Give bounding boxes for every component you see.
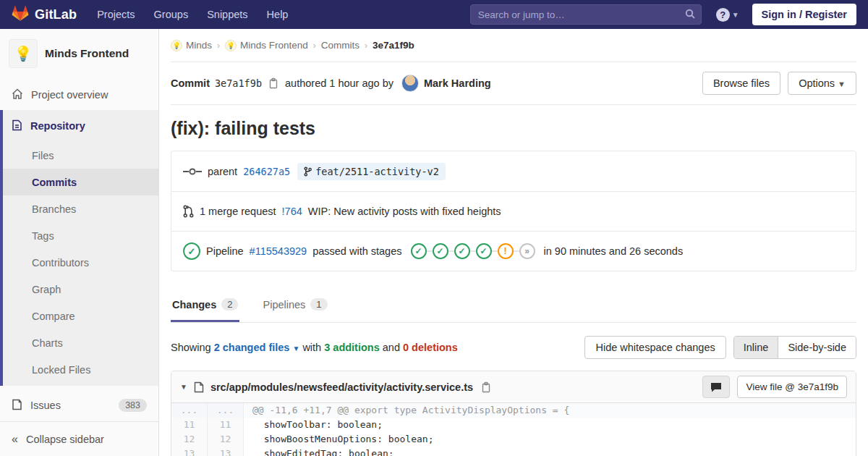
copy-path-button[interactable]	[480, 380, 493, 394]
breadcrumb-commits[interactable]: Commits	[321, 40, 359, 51]
commit-label: Commit	[171, 77, 210, 89]
sidebar-item-branches[interactable]: Branches	[3, 195, 158, 222]
sidebar-item-repository[interactable]: Repository	[3, 110, 158, 142]
sidebar-item-graph[interactable]: Graph	[3, 276, 158, 303]
branch-badge[interactable]: feat/2511-activity-v2	[297, 163, 446, 180]
hide-whitespace-button[interactable]: Hide whitespace changes	[584, 336, 726, 359]
mr-link[interactable]: !764	[282, 206, 302, 217]
pipeline-status-icon[interactable]: ✓	[183, 242, 200, 260]
stage-connector	[470, 250, 476, 252]
brand-name: GitLab	[35, 7, 77, 22]
sidebar-item-charts[interactable]: Charts	[3, 329, 158, 356]
diff-file-header: ▼ src/app/modules/newsfeed/activity/acti…	[171, 371, 856, 403]
pipeline-label: Pipeline	[206, 245, 244, 257]
sidebar-item-label: Repository	[30, 120, 85, 132]
sidebar-item-compare[interactable]: Compare	[3, 303, 158, 329]
stage-skipped-icon[interactable]: »	[519, 243, 535, 259]
nav-help[interactable]: Help	[267, 9, 289, 20]
pipeline-id-link[interactable]: #115543929	[250, 245, 307, 257]
sign-in-button[interactable]: Sign in / Register	[752, 4, 856, 25]
gitlab-logo[interactable]: GitLab	[12, 5, 77, 25]
additions-count: 3 additions	[324, 342, 380, 353]
stage-connector	[448, 250, 454, 252]
diff-view-toggle: Inline Side-by-side	[733, 336, 856, 359]
author-avatar[interactable]	[401, 75, 419, 92]
diff-hunk-row: ... ... @@ -11,6 +11,7 @@ export type Ac…	[171, 403, 856, 418]
side-by-side-view-button[interactable]: Side-by-side	[778, 337, 856, 358]
stage-passed-icon[interactable]: ✓	[411, 243, 427, 259]
breadcrumb-separator: ›	[217, 41, 220, 51]
breadcrumb-separator: ›	[365, 41, 367, 51]
nav-projects[interactable]: Projects	[97, 9, 135, 20]
gitlab-tanuki-icon	[12, 5, 29, 25]
chevron-down-icon: ▼	[732, 11, 739, 19]
group-avatar: 💡	[171, 40, 182, 51]
chevron-down-icon: ▼	[838, 80, 846, 88]
sidebar-item-locked-files[interactable]: Locked Files	[3, 356, 158, 383]
old-line-number[interactable]: 12	[171, 432, 208, 447]
toggle-comments-button[interactable]	[702, 376, 730, 398]
inline-view-button[interactable]: Inline	[734, 337, 779, 358]
pipeline-status-text: passed with stages	[312, 245, 401, 257]
stage-passed-icon[interactable]: ✓	[454, 243, 470, 259]
stage-warning-icon[interactable]: !	[498, 243, 514, 259]
nav-snippets[interactable]: Snippets	[207, 9, 247, 20]
new-line-number[interactable]: 13	[208, 447, 244, 456]
nav-groups[interactable]: Groups	[154, 9, 189, 20]
project-avatar-small: 💡	[225, 40, 237, 51]
sidebar-item-project-overview[interactable]: Project overview	[0, 80, 158, 110]
deletions-count: 0 deletions	[403, 342, 458, 353]
view-file-button[interactable]: View file @ 3e7a1f9b	[737, 376, 847, 398]
project-avatar: 💡	[9, 39, 38, 68]
sidebar-item-label: Project overview	[31, 89, 108, 101]
stage-passed-icon[interactable]: ✓	[476, 243, 492, 259]
commit-header: Commit 3e7a1f9b authored 1 hour ago by M…	[171, 62, 856, 105]
project-name: Minds Frontend	[45, 47, 129, 60]
changes-count-badge: 2	[221, 298, 238, 311]
search-icon[interactable]	[684, 8, 696, 22]
author-name[interactable]: Mark Harding	[424, 77, 491, 89]
copy-sha-button[interactable]	[267, 76, 280, 90]
file-path[interactable]: src/app/modules/newsfeed/activity/activi…	[210, 381, 473, 393]
changed-files-dropdown[interactable]: 2 changed files ▼	[214, 342, 303, 353]
diff-line: 12 12 showBoostMenuOptions: boolean;	[171, 432, 856, 447]
parent-row: parent 264627a5 feat/2511-activity-v2	[171, 151, 856, 191]
sidebar-item-tags[interactable]: Tags	[3, 222, 158, 249]
old-line-number[interactable]: 11	[171, 418, 208, 432]
diff-line: 13 13 showEditedTag: boolean;	[171, 447, 856, 456]
new-line-number[interactable]: 12	[208, 432, 244, 447]
diff-content: ... ... @@ -11,6 +11,7 @@ export type Ac…	[171, 403, 856, 456]
new-line-number: ...	[208, 403, 244, 418]
breadcrumb-minds-frontend[interactable]: 💡 Minds Frontend	[225, 40, 308, 51]
main-content: 💡 Minds › 💡 Minds Frontend › Commits › 3…	[159, 29, 868, 456]
sidebar-item-commits[interactable]: Commits	[3, 169, 158, 195]
new-line-number[interactable]: 11	[208, 418, 244, 432]
sidebar-project-link[interactable]: 💡 Minds Frontend	[0, 29, 158, 80]
merge-request-row: 1 merge request !764 WIP: New activity p…	[171, 191, 856, 231]
merge-request-icon	[183, 205, 194, 218]
old-line-number[interactable]: 13	[171, 447, 208, 456]
stage-passed-icon[interactable]: ✓	[433, 243, 448, 259]
hunk-header: @@ -11,6 +11,7 @@ export type ActivityDi…	[244, 403, 856, 418]
branch-name: feat/2511-activity-v2	[315, 166, 439, 177]
sidebar-item-files[interactable]: Files	[3, 142, 158, 169]
tab-changes[interactable]: Changes 2	[171, 287, 239, 322]
parent-sha-link[interactable]: 264627a5	[243, 166, 290, 177]
collapse-sidebar-button[interactable]: « Collapse sidebar	[0, 421, 158, 456]
home-icon	[12, 88, 23, 102]
collapse-file-icon[interactable]: ▼	[180, 383, 187, 391]
breadcrumb: 💡 Minds › 💡 Minds Frontend › Commits › 3…	[171, 29, 856, 62]
sidebar-item-issues[interactable]: Issues 383	[0, 390, 158, 421]
stage-connector	[492, 250, 498, 252]
browse-files-button[interactable]: Browse files	[702, 72, 780, 95]
tab-pipelines[interactable]: Pipelines 1	[261, 287, 328, 322]
breadcrumb-minds[interactable]: 💡 Minds	[171, 40, 212, 51]
collapse-label: Collapse sidebar	[26, 434, 104, 445]
issues-count-badge: 383	[119, 399, 147, 412]
diff-file-card: ▼ src/app/modules/newsfeed/activity/acti…	[171, 371, 856, 456]
help-menu[interactable]: ? ▼	[716, 8, 739, 22]
sidebar-item-contributors[interactable]: Contributors	[3, 249, 158, 276]
search-input[interactable]	[470, 4, 702, 25]
options-dropdown-button[interactable]: Options▼	[788, 72, 856, 95]
code-line: showEditedTag: boolean;	[244, 447, 856, 456]
